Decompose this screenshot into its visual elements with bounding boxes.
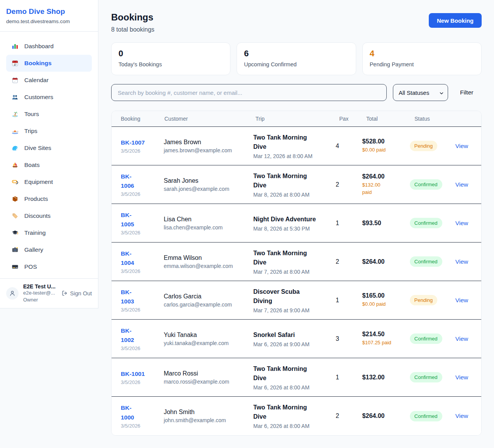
trip-datetime: Mar 7, 2026 at 8:00 AM	[253, 269, 332, 275]
status-badge: Confirmed	[410, 411, 442, 421]
total-amount: $264.00	[362, 413, 406, 419]
filter-button[interactable]: Filter	[460, 89, 473, 96]
booking-date: 3/5/2026	[121, 230, 160, 236]
view-cell: View	[455, 220, 472, 227]
sidebar-item-label: Bookings	[24, 60, 52, 67]
sidebar-item-gallery[interactable]: Gallery	[6, 241, 92, 258]
sidebar-item-label: Dive Sites	[24, 145, 51, 152]
training-icon	[11, 229, 19, 236]
customer-cell: Yuki Tanakayuki.tanaka@example.com	[164, 332, 253, 346]
customer-cell: Carlos Garciacarlos.garcia@example.com	[164, 293, 253, 308]
column-header-customer: Customer	[164, 116, 255, 122]
table-row: BK- 10003/5/2026John Smithjohn.smith@exa…	[112, 397, 481, 435]
user-info: E2E Test U... e2e-tester@... Owner	[23, 283, 57, 303]
sidebar-item-trips[interactable]: Trips	[6, 123, 92, 140]
sidebar-item-dashboard[interactable]: Dashboard	[6, 38, 92, 55]
view-link[interactable]: View	[455, 297, 468, 303]
view-link[interactable]: View	[455, 181, 468, 188]
user-email: e2e-tester@...	[23, 290, 57, 296]
customer-name: Marco Rossi	[164, 370, 249, 377]
gallery-icon	[11, 246, 19, 253]
customer-email: john.smith@example.com	[164, 417, 249, 423]
sidebar-item-discounts[interactable]: Discounts	[6, 207, 92, 224]
search-input[interactable]	[111, 84, 387, 101]
view-link[interactable]: View	[455, 220, 468, 226]
pax-cell: 3	[336, 335, 362, 342]
view-link[interactable]: View	[455, 258, 468, 265]
total-amount: $264.00	[362, 173, 406, 180]
booking-cell: BK- 10023/5/2026	[121, 326, 164, 351]
sidebar-item-pos[interactable]: POS	[6, 258, 92, 275]
sidebar-item-label: Discounts	[24, 212, 51, 219]
customer-email: lisa.chen@example.com	[164, 224, 249, 231]
page-header: Bookings 8 total bookings New Booking	[111, 12, 482, 33]
view-link[interactable]: View	[455, 374, 468, 381]
booking-id-link[interactable]: BK- 1002	[121, 326, 134, 345]
status-badge: Pending	[410, 141, 438, 151]
total-cell: $93.50	[362, 220, 410, 227]
brand-name: Demo Dive Shop	[6, 7, 92, 16]
booking-id-link[interactable]: BK- 1003	[121, 288, 134, 306]
customer-name: Emma Wilson	[164, 254, 249, 261]
pax-cell: 4	[336, 143, 362, 150]
sidebar-item-label: Customers	[24, 94, 53, 101]
avatar	[6, 287, 19, 300]
sidebar-item-calendar[interactable]: Calendar	[6, 72, 92, 89]
paid-amount: $107.25 paid	[362, 339, 406, 347]
trip-name: Two Tank Morning Dive	[253, 133, 332, 152]
table-row: BK- 10033/5/2026Carlos Garciacarlos.garc…	[112, 281, 481, 320]
view-cell: View	[455, 413, 472, 419]
booking-date: 3/5/2026	[121, 345, 160, 351]
booking-date: 3/5/2026	[121, 191, 160, 197]
customer-cell: Sarah Jonessarah.jones@example.com	[164, 177, 253, 192]
view-cell: View	[455, 258, 472, 265]
stat-card: 4Pending Payment	[362, 42, 482, 75]
sidebar-item-products[interactable]: Products	[6, 190, 92, 207]
trip-cell: Night Dive AdventureMar 8, 2026 at 5:30 …	[253, 215, 335, 232]
pax-cell: 1	[336, 220, 362, 227]
booking-id-link[interactable]: BK- 1005	[121, 211, 134, 229]
sidebar-item-bookings[interactable]: 17Bookings	[6, 55, 92, 72]
pax-cell: 2	[336, 258, 362, 265]
view-link[interactable]: View	[455, 143, 468, 149]
customer-name: James Brown	[164, 139, 249, 146]
sidebar-item-tours[interactable]: Tours	[6, 106, 92, 123]
trips-icon	[11, 128, 19, 135]
user-role: Owner	[23, 296, 57, 303]
sidebar-item-boats[interactable]: Boats	[6, 157, 92, 173]
sidebar-item-label: Boats	[24, 162, 40, 168]
trip-datetime: Mar 7, 2026 at 9:00 AM	[253, 307, 332, 313]
column-header-total: Total	[366, 116, 414, 122]
sidebar-item-dive-sites[interactable]: Dive Sites	[6, 140, 92, 157]
status-cell: Confirmed	[410, 218, 455, 228]
sidebar-item-label: Products	[24, 195, 48, 202]
sidebar-item-training[interactable]: Training	[6, 224, 92, 241]
stat-label: Upcoming Confirmed	[244, 61, 349, 67]
booking-id-link[interactable]: BK-1007	[121, 138, 145, 147]
booking-cell: BK- 10063/5/2026	[121, 172, 164, 197]
dive-sites-icon	[11, 145, 19, 152]
sign-out-button[interactable]: Sign Out	[61, 290, 92, 296]
sign-out-label: Sign Out	[70, 290, 92, 296]
booking-id-link[interactable]: BK-1001	[121, 369, 145, 379]
trip-cell: Two Tank Morning DiveMar 6, 2026 at 8:00…	[253, 403, 335, 429]
user-name: E2E Test U...	[23, 283, 57, 290]
view-cell: View	[455, 143, 472, 150]
booking-id-link[interactable]: BK- 1006	[121, 172, 134, 190]
view-link[interactable]: View	[455, 335, 468, 342]
new-booking-button[interactable]: New Booking	[429, 13, 482, 28]
column-header-status: Status	[414, 116, 461, 122]
booking-id-link[interactable]: BK- 1004	[121, 249, 134, 268]
sidebar-item-label: Dashboard	[24, 43, 54, 50]
status-select[interactable]: All Statuses	[393, 84, 448, 101]
sidebar-item-equipment[interactable]: Equipment	[6, 173, 92, 190]
booking-id-link[interactable]: BK- 1000	[121, 403, 134, 422]
customer-cell: Lisa Chenlisa.chen@example.com	[164, 216, 253, 231]
total-amount: $214.50	[362, 331, 406, 338]
pax-cell: 2	[336, 413, 362, 419]
status-badge: Confirmed	[410, 179, 442, 190]
boats-icon	[11, 162, 19, 168]
view-link[interactable]: View	[455, 413, 468, 419]
sidebar-item-customers[interactable]: Customers	[6, 89, 92, 106]
paid-amount: $0.00 paid	[362, 147, 406, 154]
